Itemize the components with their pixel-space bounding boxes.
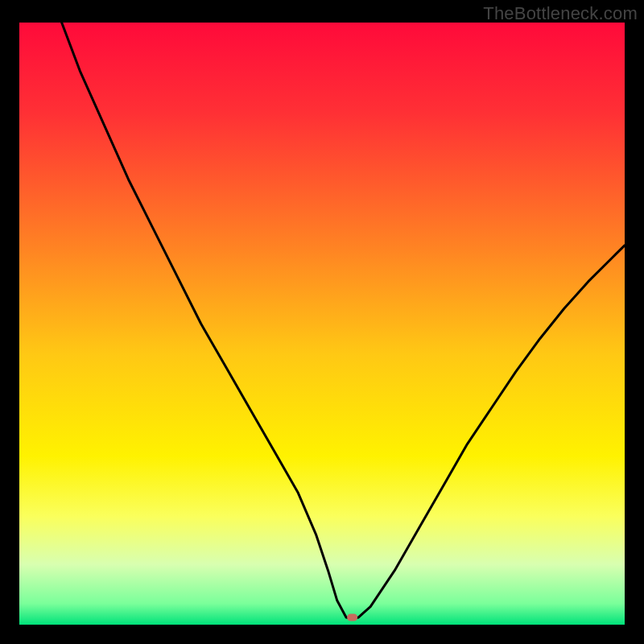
- watermark-text: TheBottleneck.com: [483, 3, 638, 24]
- min-point-marker: [347, 614, 357, 621]
- chart-svg: [19, 23, 625, 625]
- gradient-background: [19, 23, 625, 625]
- chart-container: TheBottleneck.com: [0, 0, 644, 644]
- plot-area: [19, 23, 625, 625]
